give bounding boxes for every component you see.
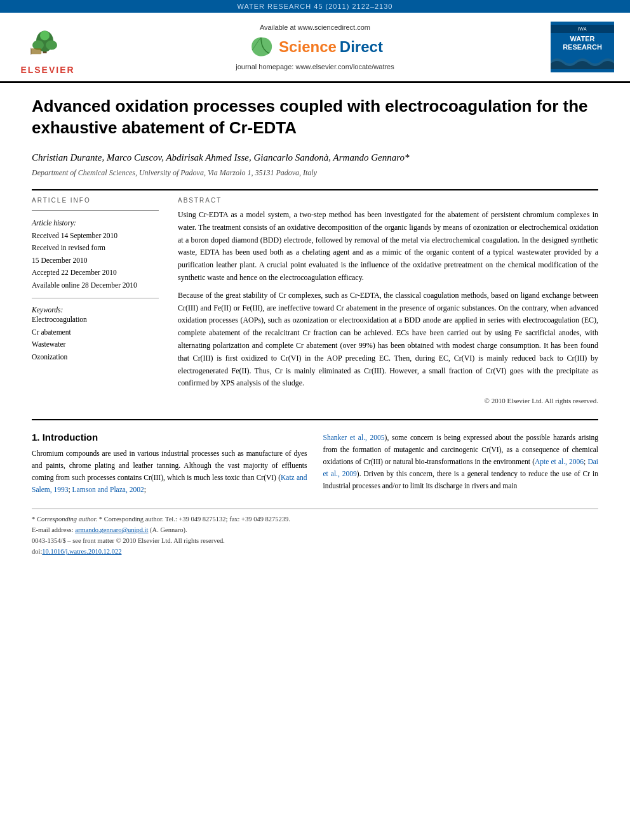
page: WATER RESEARCH 45 (2011) 2122–2130 ELSEV… <box>0 0 630 840</box>
copyright-line: © 2010 Elsevier Ltd. All rights reserved… <box>178 395 598 406</box>
email-label-text: E-mail address: <box>32 526 75 533</box>
doi-line: doi:10.1016/j.watres.2010.12.022 <box>32 547 598 557</box>
introduction-left-text: Chromium compounds are used in various i… <box>32 448 307 496</box>
received-date: Received 14 September 2010 <box>32 230 159 243</box>
body-two-col: 1. Introduction Chromium compounds are u… <box>32 432 598 496</box>
corresponding-author: * Corresponding author. * Corresponding … <box>32 514 598 525</box>
info-abstract-section: ARTICLE INFO Article history: Received 1… <box>32 197 598 406</box>
wr-badge-logo: WATERRESEARCH <box>561 33 604 53</box>
email-suffix: (A. Gennaro). <box>150 526 187 533</box>
corresponding-contact: * Corresponding author. Tel.: +39 049 82… <box>99 516 290 523</box>
elsevier-label: ELSEVIER <box>20 65 74 75</box>
article-info-content: Article history: Received 14 September 2… <box>32 217 159 291</box>
affiliation: Department of Chemical Sciences, Univers… <box>32 168 598 178</box>
ref-lamson[interactable]: Lamson and Plaza, 2002 <box>72 486 144 493</box>
wr-wave-icon <box>551 53 614 69</box>
email-line: E-mail address: armando.gennaro@unipd.it… <box>32 525 598 536</box>
intro-left-content: Chromium compounds are used in various i… <box>32 450 307 493</box>
svg-point-4 <box>40 31 50 41</box>
abstract-header: ABSTRACT <box>178 197 598 204</box>
ref-apte[interactable]: Apte et al., 2006 <box>535 458 584 465</box>
wr-badge-top: IWA <box>551 25 614 33</box>
authors: Christian Durante, Marco Cuscov, Abdiris… <box>32 150 598 165</box>
header-center: Available at www.sciencedirect.com Scien… <box>92 19 538 75</box>
section-number: 1. <box>32 432 40 443</box>
article-info-divider <box>32 210 159 211</box>
journal-homepage-text: journal homepage: www.elsevier.com/locat… <box>236 63 394 70</box>
svg-rect-5 <box>31 48 42 54</box>
sciencedirect-logo: ScienceDirect <box>247 34 383 60</box>
footnote-area: * Corresponding author. * Corresponding … <box>32 509 598 557</box>
body-left-col: 1. Introduction Chromium compounds are u… <box>32 432 307 496</box>
water-research-badge-section: IWA WATERRESEARCH <box>544 19 620 75</box>
elsevier-logo-section: ELSEVIER <box>10 19 86 75</box>
revised-label: Received in revised form <box>32 242 159 255</box>
title-divider <box>32 189 598 190</box>
keywords-section: Keywords: Electrocoagulation Cr abatemen… <box>32 306 159 363</box>
svg-point-3 <box>46 41 57 50</box>
svg-rect-6 <box>30 48 32 55</box>
article-title: Advanced oxidation processes coupled wit… <box>32 96 598 139</box>
journal-citation: WATER RESEARCH 45 (2011) 2122–2130 <box>238 3 393 10</box>
keyword-4: Ozonization <box>32 351 159 364</box>
doi-text: doi: <box>32 548 42 555</box>
article-info-column: ARTICLE INFO Article history: Received 1… <box>32 197 159 406</box>
online-date: Available online 28 December 2010 <box>32 279 159 292</box>
body-right-col: Shanker et al., 2005), some concern is b… <box>323 432 599 496</box>
keyword-3: Wastewater <box>32 338 159 351</box>
abstract-text: Using Cr-EDTA as a model system, a two-s… <box>178 209 598 406</box>
elsevier-logo <box>16 19 79 63</box>
history-label: Article history: <box>32 217 159 230</box>
ref-shanker[interactable]: Shanker et al., 2005 <box>323 434 385 441</box>
accepted-date: Accepted 22 December 2010 <box>32 267 159 279</box>
issn-line: 0043-1354/$ – see front matter © 2010 El… <box>32 536 598 547</box>
direct-part: Direct <box>340 38 383 56</box>
keywords-divider <box>32 298 159 298</box>
intro-right-content: Shanker et al., 2005), some concern is b… <box>323 434 599 490</box>
email-link[interactable]: armando.gennaro@unipd.it <box>75 526 148 533</box>
section-label: Introduction <box>43 432 98 443</box>
keywords-label: Keywords: <box>32 306 159 314</box>
body-section: 1. Introduction Chromium compounds are u… <box>32 419 598 496</box>
revised-date: 15 December 2010 <box>32 255 159 267</box>
corresponding-label: * Corresponding author. <box>32 516 99 523</box>
water-research-badge: IWA WATERRESEARCH <box>551 22 614 72</box>
keyword-2: Cr abatement <box>32 326 159 339</box>
sciencedirect-leaf-icon <box>247 34 276 60</box>
available-at-text: Available at www.sciencedirect.com <box>260 23 370 31</box>
introduction-title: 1. Introduction <box>32 432 307 443</box>
abstract-paragraph-2: Because of the great stability of Cr com… <box>178 290 598 390</box>
doi-link[interactable]: 10.1016/j.watres.2010.12.022 <box>42 548 121 555</box>
introduction-right-text: Shanker et al., 2005), some concern is b… <box>323 432 599 492</box>
abstract-column: ABSTRACT Using Cr-EDTA as a model system… <box>178 197 598 406</box>
elsevier-tree-icon <box>29 25 67 57</box>
header: ELSEVIER Available at www.sciencedirect.… <box>0 13 630 83</box>
journal-bar: WATER RESEARCH 45 (2011) 2122–2130 <box>0 0 630 13</box>
abstract-paragraph-1: Using Cr-EDTA as a model system, a two-s… <box>178 209 598 284</box>
article-info-header: ARTICLE INFO <box>32 197 159 204</box>
main-content: Advanced oxidation processes coupled wit… <box>0 83 630 570</box>
science-part: Science <box>279 38 337 56</box>
keyword-1: Electrocoagulation <box>32 314 159 326</box>
authors-text: Christian Durante, Marco Cuscov, Abdiris… <box>32 152 409 163</box>
